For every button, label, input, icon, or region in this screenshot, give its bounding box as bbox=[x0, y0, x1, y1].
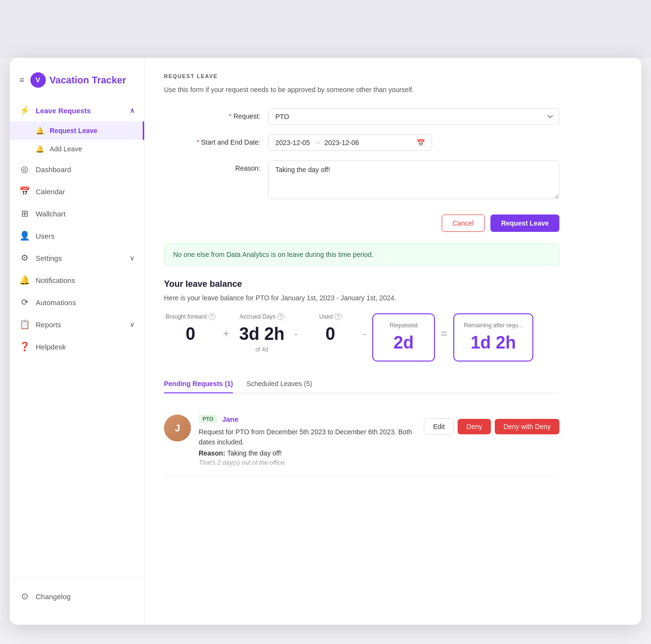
reports-icon: 📋 bbox=[19, 319, 30, 330]
sidebar-item-helpdesk[interactable]: ❓ Helpdesk bbox=[10, 335, 144, 358]
required-asterisk-2: * bbox=[197, 138, 201, 146]
top-bar bbox=[0, 0, 651, 58]
sidebar-item-changelog[interactable]: ⊙ Changelog bbox=[10, 585, 144, 607]
tab-pending-requests[interactable]: Pending Requests (1) bbox=[164, 375, 233, 393]
dashboard-icon: ◎ bbox=[19, 164, 30, 174]
sidebar-item-label: Dashboard bbox=[36, 165, 71, 174]
calendar-icon: 📅 bbox=[19, 186, 30, 197]
operator-minus-2: - bbox=[357, 313, 372, 340]
menu-toggle-icon[interactable]: ≡ bbox=[19, 75, 25, 85]
request-header: PTO Jane bbox=[199, 415, 416, 423]
sidebar-item-calendar[interactable]: 📅 Calendar bbox=[10, 180, 144, 202]
sidebar-item-dashboard[interactable]: ◎ Dashboard bbox=[10, 158, 144, 180]
automations-icon: ⟳ bbox=[19, 297, 30, 308]
used-label: Used bbox=[319, 313, 333, 320]
date-field-container: 2023-12-05 → 2023-12-06 📅 bbox=[268, 134, 559, 151]
balance-accrued: Accrued Days ? 3d 2h of 4d bbox=[235, 313, 288, 353]
deny-with-button[interactable]: Deny with Deny bbox=[495, 419, 559, 434]
balance-subtitle: Here is your leave balance for PTO for J… bbox=[164, 294, 559, 302]
start-date: 2023-12-05 bbox=[275, 139, 310, 147]
balance-brought-forward: Brought forward ? 0 bbox=[164, 313, 217, 344]
cancel-button[interactable]: Cancel bbox=[442, 215, 485, 232]
deny-with-label: Deny with bbox=[503, 423, 533, 430]
sidebar-item-reports[interactable]: 📋 Reports ∨ bbox=[10, 313, 144, 335]
bell-icon: 🔔 bbox=[36, 127, 44, 134]
accrued-sub: of 4d bbox=[235, 346, 288, 353]
changelog-icon: ⊙ bbox=[19, 591, 30, 602]
form-row-reason: Reason: Taking the day off! bbox=[164, 161, 559, 201]
accrued-label: Accrued Days bbox=[240, 313, 276, 320]
brought-forward-label: Brought forward bbox=[165, 313, 206, 320]
request-field-container: PTO bbox=[268, 108, 559, 125]
users-icon: 👤 bbox=[19, 230, 30, 241]
lightning-icon: ⚡ bbox=[19, 105, 30, 116]
sidebar-item-wallchart[interactable]: ⊞ Wallchart bbox=[10, 202, 144, 225]
main-content: REQUEST LEAVE Use this form if your requ… bbox=[145, 58, 641, 625]
content-wrapper: REQUEST LEAVE Use this form if your requ… bbox=[145, 58, 579, 492]
logo: V Vacation Tracker bbox=[30, 72, 126, 88]
sidebar-item-notifications[interactable]: 🔔 Notifications bbox=[10, 269, 144, 291]
tab-scheduled-leaves[interactable]: Scheduled Leaves (5) bbox=[246, 375, 312, 393]
chevron-down-icon: ∨ bbox=[130, 254, 135, 262]
used-info-icon[interactable]: ? bbox=[335, 313, 341, 320]
sidebar-bottom: ⊙ Changelog bbox=[10, 577, 144, 615]
operator-plus: + bbox=[217, 313, 235, 340]
operator-minus-1: - bbox=[288, 313, 304, 340]
request-leave-button[interactable]: Request Leave bbox=[490, 215, 559, 232]
sidebar-item-label: Wallchart bbox=[36, 210, 66, 218]
requested-label: Requested bbox=[390, 322, 418, 329]
form-row-request: * Request: PTO bbox=[164, 108, 559, 125]
form-row-date: * Start and End Date: 2023-12-05 → 2023-… bbox=[164, 134, 559, 151]
balance-requested: Requested 2d bbox=[372, 313, 435, 362]
settings-icon: ⚙ bbox=[19, 253, 30, 263]
balance-row: Brought forward ? 0 + Accrued Days ? 3d … bbox=[164, 313, 559, 362]
avatar: J bbox=[164, 415, 191, 442]
request-label: * Request: bbox=[164, 108, 260, 120]
wallchart-icon: ⊞ bbox=[19, 208, 30, 219]
sidebar-nav: ⚡ Leave Requests ∧ 🔔 Request Leave 🔔 Add… bbox=[10, 99, 144, 577]
deny-with-suffix: Deny bbox=[535, 423, 551, 430]
calendar-picker-icon[interactable]: 📅 bbox=[417, 139, 425, 147]
sidebar-item-label: Calendar bbox=[36, 188, 65, 196]
sidebar-item-label: Notifications bbox=[36, 276, 75, 284]
chevron-down-icon-reports: ∨ bbox=[130, 321, 135, 328]
reason-strong-label: Reason: bbox=[199, 449, 225, 457]
request-actions: Edit Deny Deny with Deny bbox=[424, 418, 559, 435]
notifications-icon: 🔔 bbox=[19, 275, 30, 285]
sidebar-sub-item-add-leave[interactable]: 🔔 Add Leave bbox=[10, 140, 144, 158]
reason-field-container: Taking the day off! bbox=[268, 161, 559, 201]
logo-icon: V bbox=[30, 72, 46, 88]
sidebar-bottom-label: Changelog bbox=[36, 592, 71, 601]
arrow-icon: → bbox=[314, 139, 321, 147]
request-select[interactable]: PTO bbox=[268, 108, 559, 125]
sidebar-item-label: Leave Requests bbox=[36, 107, 91, 115]
deny-button[interactable]: Deny bbox=[458, 419, 491, 434]
sidebar-item-settings[interactable]: ⚙ Settings ∨ bbox=[10, 247, 144, 269]
requester-name: Jane bbox=[222, 415, 238, 423]
reason-textarea[interactable]: Taking the day off! bbox=[268, 161, 559, 199]
pto-badge: PTO bbox=[199, 415, 217, 423]
date-range-input[interactable]: 2023-12-05 → 2023-12-06 📅 bbox=[268, 134, 432, 151]
request-note: That's 2 day(s) out of the office. bbox=[199, 459, 416, 466]
tabs-row: Pending Requests (1) Scheduled Leaves (5… bbox=[164, 375, 559, 393]
sidebar-item-label: Settings bbox=[36, 254, 62, 262]
remaining-label: Remaining after requ... bbox=[464, 322, 523, 329]
edit-button[interactable]: Edit bbox=[424, 418, 454, 435]
sidebar-sub-item-request-leave[interactable]: 🔔 Request Leave bbox=[10, 121, 144, 140]
used-value: 0 bbox=[304, 324, 357, 344]
requested-value: 2d bbox=[383, 333, 424, 353]
request-info: PTO Jane Request for PTO from December 5… bbox=[199, 415, 416, 466]
brought-forward-info-icon[interactable]: ? bbox=[209, 313, 216, 320]
helpdesk-icon: ❓ bbox=[19, 341, 30, 352]
required-asterisk: * bbox=[229, 112, 233, 120]
accrued-info-icon[interactable]: ? bbox=[277, 313, 284, 320]
form-actions: Cancel Request Leave bbox=[164, 215, 559, 232]
sidebar-item-users[interactable]: 👤 Users bbox=[10, 225, 144, 247]
sidebar-item-label: Helpdesk bbox=[36, 343, 66, 351]
date-label: * Start and End Date: bbox=[164, 134, 260, 146]
sidebar-sub-item-label: Request Leave bbox=[50, 127, 97, 134]
sidebar-item-automations[interactable]: ⟳ Automations bbox=[10, 291, 144, 313]
sidebar-item-leave-requests[interactable]: ⚡ Leave Requests ∧ bbox=[10, 99, 144, 121]
sidebar-item-label: Users bbox=[36, 232, 54, 240]
sidebar-item-label: Reports bbox=[36, 321, 61, 329]
